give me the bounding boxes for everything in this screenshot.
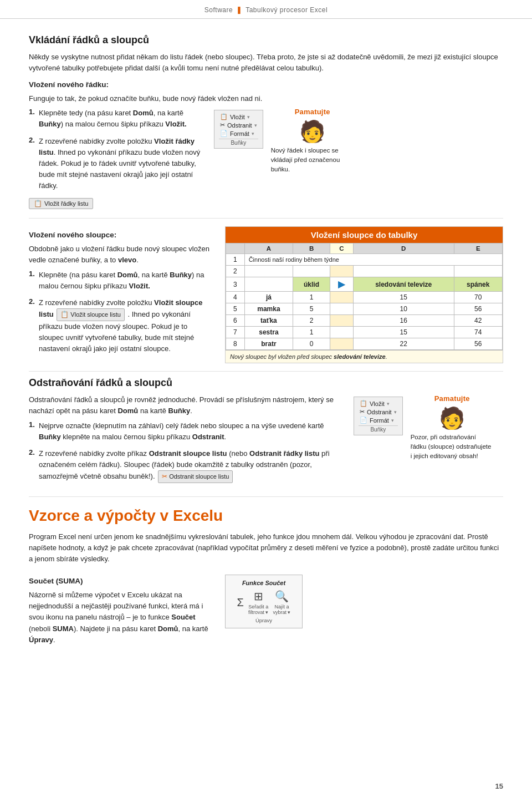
pamatujte1-icon: 🧑 bbox=[299, 119, 325, 144]
section4-cols: Součet (SUMA) Názorně si můžeme výpočet … bbox=[29, 570, 503, 649]
s3-step1: 1. Nejprve označte (klepnutím na záhlaví… bbox=[29, 420, 342, 446]
s2-step2-num: 2. bbox=[29, 297, 37, 306]
s3-s2-bold2: Odstranit řádky listu bbox=[249, 449, 319, 458]
ribbon2-group: Buňky bbox=[359, 425, 398, 433]
s3-step2-text: Z rozevřené nabídky zvolte příkaz Odstra… bbox=[39, 448, 342, 483]
btn-odstranit-inline[interactable]: ✂ Odstranit sloupce listu bbox=[158, 470, 233, 483]
row-num: 6 bbox=[226, 315, 245, 327]
s3-bold2: Buňky bbox=[168, 407, 191, 415]
r7a: sestra bbox=[244, 327, 293, 338]
vlozit-sloupce-icon: 📋 bbox=[60, 309, 69, 320]
s3-s1-bold1: Buňky bbox=[39, 433, 61, 441]
s2-bold1: Domů bbox=[117, 271, 138, 279]
sub2-text: Obdobně jako u vložení řádku bude nový s… bbox=[29, 243, 212, 266]
ribbon2: 📋 Vložit ▾ ✂ Odstranit ▾ 📄 Formát ▾ Buňk… bbox=[354, 397, 403, 435]
ribbon2-vlozit[interactable]: 📋 Vložit ▾ bbox=[359, 399, 398, 408]
table-row: 2 bbox=[226, 266, 503, 277]
pamatujte2-icon: 🧑 bbox=[439, 406, 465, 430]
page-footer: 15 bbox=[495, 782, 503, 790]
sort-icon: ⊞ bbox=[254, 590, 263, 603]
step1-text: Klepněte tedy (na pásu karet Domů, na ka… bbox=[39, 108, 201, 130]
s4-bold3: Domů bbox=[158, 625, 178, 633]
find-label: Najít avybrat ▾ bbox=[273, 604, 290, 615]
step1-bold3: Vložit. bbox=[165, 120, 186, 128]
section1-title: Vkládání řádků a sloupců bbox=[29, 34, 503, 46]
btn-vlozit-sloupce-label: Vložit sloupce listu bbox=[70, 310, 121, 319]
ribbon2-format[interactable]: 📄 Formát ▾ bbox=[359, 416, 398, 424]
section1-intro: Někdy se vyskytne nutnost přidat někam d… bbox=[29, 52, 503, 74]
r2-format-arrow: ▾ bbox=[391, 418, 394, 423]
pamatujte2-text: Pozor, při odstraňování řádku (sloupce) … bbox=[411, 433, 494, 460]
section1-left: 1. Klepněte tedy (na pásu karet Domů, na… bbox=[29, 108, 201, 210]
r8e: 56 bbox=[454, 338, 503, 350]
ribbon2-odstranit[interactable]: ✂ Odstranit ▾ bbox=[359, 408, 398, 416]
table-row: 3 úklid ▶ sledování televize spánek bbox=[226, 277, 503, 292]
r2-vlozit-arrow: ▾ bbox=[387, 401, 390, 407]
sub1-title: Vložení nového řádku: bbox=[29, 79, 503, 91]
odstranit-arrow: ▾ bbox=[254, 123, 257, 128]
funkce-icons-row: Σ ⊞ Seřadit afiltrovat ▾ 🔍 Najít avybrat… bbox=[237, 590, 291, 615]
section4-left: Součet (SUMA) Názorně si můžeme výpočet … bbox=[29, 570, 212, 649]
funkce-box: Funkce Součet Σ ⊞ Seřadit afiltrovat ▾ 🔍… bbox=[225, 575, 303, 628]
s3-step2: 2. Z rozevřené nabídky zvolte příkaz Ods… bbox=[29, 448, 342, 486]
pamatujte1: Pamatujte 🧑 Nový řádek i sloupec se vklá… bbox=[271, 108, 354, 174]
sub2-title: Vložení nového sloupce: bbox=[29, 230, 212, 241]
r5d: 10 bbox=[353, 303, 454, 315]
ribbon-format[interactable]: 📄 Formát ▾ bbox=[219, 129, 258, 138]
odstranit-label: Odstranit bbox=[227, 122, 252, 129]
pamatujte2-label: Pamatujte bbox=[434, 394, 470, 403]
odstranit-icon2: ✂ bbox=[162, 471, 167, 482]
table-row: 1 Činnosti naší rodiny během týdne bbox=[226, 254, 503, 266]
step2-item: 2. Z rozevřené nabídky zvolte položku Vl… bbox=[29, 136, 201, 195]
caption-end: . bbox=[386, 353, 387, 360]
r8b: 0 bbox=[293, 338, 330, 350]
btn-vlozit-sloupce-inline[interactable]: 📋 Vložit sloupce listu bbox=[57, 308, 125, 321]
section3-left: Odstraňování řádků a sloupců je rovněž j… bbox=[29, 394, 342, 488]
arrow-icon: ▶ bbox=[338, 280, 345, 289]
ribbon-vlozit[interactable]: 📋 Vložit ▾ bbox=[219, 113, 258, 121]
column-table: A B C D E 1 Činnosti naší rodiny během t… bbox=[226, 243, 503, 350]
s3-bold1: Domů bbox=[117, 407, 138, 415]
step2-bold: Vložit řádky listu bbox=[39, 137, 195, 156]
r6a: taťka bbox=[244, 315, 293, 327]
r5c bbox=[330, 303, 353, 315]
table-row: 6 taťka 2 16 42 bbox=[226, 315, 503, 327]
ribbon-odstranit[interactable]: ✂ Odstranit ▾ bbox=[219, 121, 258, 129]
s4-bold4: Úpravy bbox=[29, 636, 53, 644]
r4c bbox=[330, 292, 353, 303]
vlozit-arrow: ▾ bbox=[247, 114, 250, 120]
s2-step2: 2. Z rozevřené nabídky zvolte položku Vl… bbox=[29, 297, 212, 358]
s2-step1-num: 1. bbox=[29, 270, 37, 278]
funkce-sigma: Σ bbox=[237, 596, 244, 609]
s4-bold2: SUMA bbox=[53, 625, 74, 633]
section2-left: Vložení nového sloupce: Obdobně jako u v… bbox=[29, 224, 212, 360]
r7d: 15 bbox=[353, 327, 454, 338]
page-number: 15 bbox=[495, 782, 503, 790]
header-sep: ❚ bbox=[236, 6, 242, 14]
row-num: 2 bbox=[226, 266, 245, 277]
btn-vlozit-radky[interactable]: 📋 Vložit řádky listu bbox=[29, 198, 93, 209]
row1-text: Činnosti naší rodiny během týdne bbox=[244, 254, 502, 266]
th-e: E bbox=[454, 243, 503, 254]
r2a bbox=[244, 266, 293, 277]
caption-text: Nový sloupec byl vložen před sloupec bbox=[230, 353, 334, 360]
section4-right: Funkce Součet Σ ⊞ Seřadit afiltrovat ▾ 🔍… bbox=[225, 570, 503, 628]
row-num: 4 bbox=[226, 292, 245, 303]
funkce-group-label: Úpravy bbox=[255, 617, 272, 623]
section3-intro: Odstraňování řádků a sloupců je rovněž j… bbox=[29, 394, 342, 417]
header-prefix: Software bbox=[204, 6, 233, 14]
th-b: B bbox=[293, 243, 330, 254]
funkce-box-title: Funkce Součet bbox=[242, 580, 285, 586]
s2-bold3: Vložit. bbox=[129, 282, 150, 290]
step1-item: 1. Klepněte tedy (na pásu karet Domů, na… bbox=[29, 108, 201, 133]
r2c bbox=[330, 266, 353, 277]
section3-title: Odstraňování řádků a sloupců bbox=[29, 377, 503, 389]
s3-step1-text: Nejprve označte (klepnutím na záhlaví) c… bbox=[39, 420, 342, 443]
format-label: Formát bbox=[230, 130, 249, 137]
section3-row: Odstraňování řádků a sloupců je rovněž j… bbox=[29, 394, 503, 488]
s4-bold1: Součet bbox=[171, 613, 195, 621]
step1-bold2: Buňky bbox=[39, 120, 61, 128]
table-row: 4 já 1 15 70 bbox=[226, 292, 503, 303]
step2-text: Z rozevřené nabídky zvolte položku Vloži… bbox=[39, 136, 201, 192]
th-a: A bbox=[244, 243, 293, 254]
